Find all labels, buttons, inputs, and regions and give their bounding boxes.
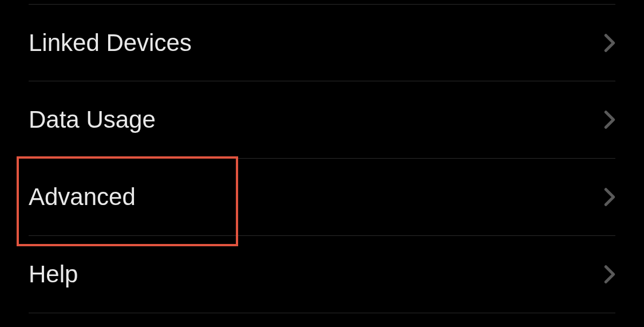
settings-item-linked-devices[interactable]: Linked Devices bbox=[29, 4, 615, 81]
settings-item-label: Advanced bbox=[29, 183, 136, 211]
settings-item-advanced[interactable]: Advanced bbox=[29, 159, 615, 236]
settings-item-label: Help bbox=[29, 261, 78, 288]
settings-item-label: Linked Devices bbox=[29, 29, 192, 57]
chevron-right-icon bbox=[604, 187, 615, 207]
chevron-right-icon bbox=[604, 110, 615, 129]
settings-item-help[interactable]: Help bbox=[29, 236, 615, 313]
chevron-right-icon bbox=[604, 265, 615, 284]
chevron-right-icon bbox=[604, 33, 615, 53]
settings-list: Linked Devices Data Usage Advanced bbox=[0, 4, 644, 313]
settings-item-label: Data Usage bbox=[29, 106, 156, 133]
settings-item-data-usage[interactable]: Data Usage bbox=[29, 81, 615, 159]
